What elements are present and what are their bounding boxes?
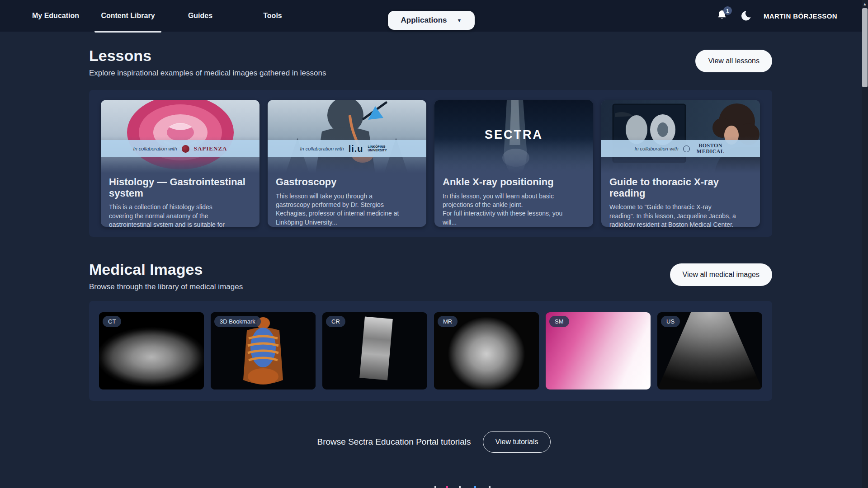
lesson-card-title: Ankle X-ray positioning [443,177,585,188]
modality-badge: 3D Bookmark [214,316,261,327]
collab-banner-sapienza: In collaboration with SAPIENZA [101,140,259,157]
lesson-card-title: Gastroscopy [276,177,418,188]
partner-name: LINKÖPING UNIVERSITY [368,145,394,153]
liu-logo: li.u [349,144,363,154]
modality-badge: CT [103,316,121,327]
lesson-card-description: In this lesson, you will learn about bas… [443,192,571,227]
modality-badge: SM [549,316,569,327]
collab-banner-liu: In collaboration with li.u LINKÖPING UNI… [268,140,426,157]
medical-image-tile-mr[interactable]: MR [434,312,539,389]
footer-peek [431,486,503,488]
medical-images-section-header: Medical Images Browse through the librar… [89,261,772,291]
lesson-image-ankle: SECTRA [434,100,593,173]
lesson-card-title: Guide to thoracic X-ray reading [609,177,752,199]
nav-item-tools[interactable]: Tools [236,0,309,32]
collab-banner-boston: In collaboration with BOSTON MEDICAL [601,140,760,157]
user-menu[interactable]: MARTIN BÖRJESSON [764,12,837,20]
lessons-heading-group: Lessons Explore inspirational examples o… [89,47,326,78]
lesson-card-description: Welcome to "Guide to thoracic X-ray read… [609,203,738,227]
medical-image-tile-ct[interactable]: CT [99,312,204,389]
medical-images-title: Medical Images [89,261,243,278]
scrollbar-thumb[interactable] [862,8,868,87]
view-all-medical-images-button[interactable]: View all medical images [670,263,772,286]
dark-mode-toggle[interactable] [740,10,752,22]
lesson-image-thoracic: In collaboration with BOSTON MEDICAL [601,100,760,173]
medical-images-heading-group: Medical Images Browse through the librar… [89,261,243,291]
medical-image-tile-cr[interactable]: CR [322,312,427,389]
lesson-card-gastroscopy[interactable]: In collaboration with li.u LINKÖPING UNI… [268,100,426,227]
sapienza-logo-icon [182,145,189,153]
main-nav: My Education Content Library Guides Tool… [19,0,309,32]
chevron-down-icon: ▼ [457,18,462,23]
modality-badge: CR [326,316,345,327]
medical-image-tile-3d-bookmark[interactable]: 3D Bookmark [211,312,316,389]
page-scrollbar[interactable]: ▲ [862,0,868,488]
lessons-section-header: Lessons Explore inspirational examples o… [89,47,772,78]
applications-dropdown[interactable]: Applications ▼ [388,11,475,30]
tutorials-text: Browse Sectra Education Portal tutorials [317,437,471,447]
sectra-logo: SECTRA [434,128,593,142]
partner-name: SAPIENZA [194,145,227,152]
histology-art [101,100,259,173]
lesson-image-gastroscopy: In collaboration with li.u LINKÖPING UNI… [268,100,426,173]
medical-image-tile-sm[interactable]: SM [546,312,651,389]
collab-label: In collaboration with [634,146,678,151]
lessons-card-row: In collaboration with SAPIENZA Histology… [89,90,772,237]
lesson-card-thoracic-xray[interactable]: In collaboration with BOSTON MEDICAL Gui… [601,100,760,227]
collab-label: In collaboration with [300,146,344,151]
medical-images-subtitle: Browse through the library of medical im… [89,282,243,291]
medical-images-row: CT 3D Bookmark CR MR SM US [89,301,772,401]
boston-seal-icon [683,145,690,152]
notification-count-badge: 1 [723,6,732,15]
applications-label: Applications [401,16,447,25]
card-body: Histology — Gastrointestinal system This… [101,173,259,227]
lesson-card-ankle-xray[interactable]: SECTRA Ankle X-ray positioning In this l… [434,100,593,227]
tutorials-row: Browse Sectra Education Portal tutorials… [0,431,868,453]
nav-item-content-library[interactable]: Content Library [92,0,164,32]
lesson-image-histology: In collaboration with SAPIENZA [101,100,259,173]
gastroscopy-art [268,100,426,173]
nav-item-my-education[interactable]: My Education [19,0,92,32]
scrollbar-up-arrow[interactable]: ▲ [862,1,868,7]
lessons-subtitle: Explore inspirational examples of medica… [89,69,326,78]
notifications-button[interactable]: 1 [717,9,728,22]
medical-image-tile-us[interactable]: US [657,312,762,389]
lesson-card-title: Histology — Gastrointestinal system [109,177,251,199]
partner-name: BOSTON MEDICAL [694,143,727,154]
header-right-group: 1 MARTIN BÖRJESSON [717,0,837,32]
lesson-card-description: This is a collection of histology slides… [109,203,237,227]
card-body: Gastroscopy This lesson will take you th… [268,173,426,227]
card-body: Ankle X-ray positioning In this lesson, … [434,173,593,227]
view-all-lessons-button[interactable]: View all lessons [695,50,772,72]
top-navigation-bar: My Education Content Library Guides Tool… [0,0,868,32]
collab-label: In collaboration with [133,146,177,151]
modality-badge: US [661,316,680,327]
thoracic-art [601,100,760,173]
modality-badge: MR [438,316,458,327]
nav-item-guides[interactable]: Guides [164,0,236,32]
lessons-title: Lessons [89,47,326,65]
moon-icon [740,10,752,22]
lesson-card-histology[interactable]: In collaboration with SAPIENZA Histology… [101,100,259,227]
lesson-card-description: This lesson will take you through a gast… [276,192,404,227]
card-body: Guide to thoracic X-ray reading Welcome … [601,173,760,227]
view-tutorials-button[interactable]: View tutorials [483,431,551,453]
